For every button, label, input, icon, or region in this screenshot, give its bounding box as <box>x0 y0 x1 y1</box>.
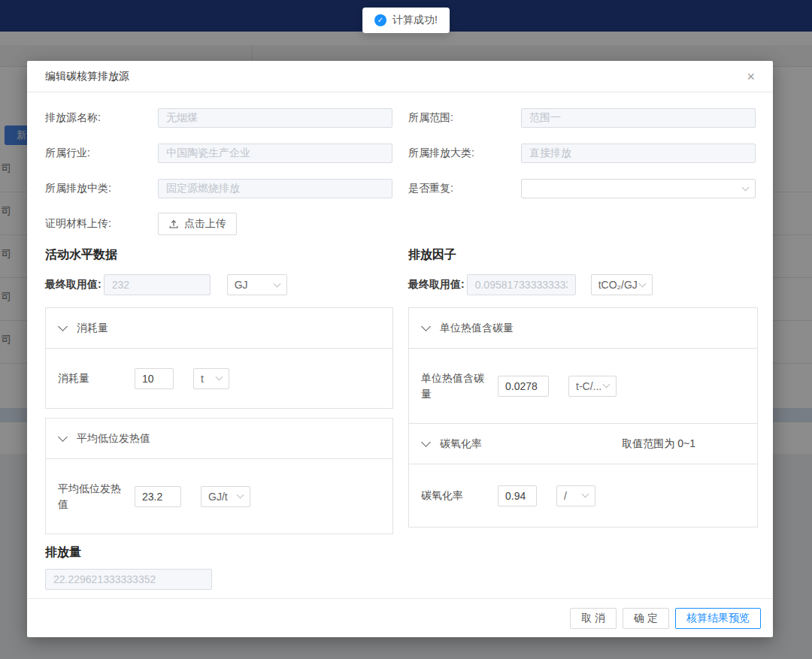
oxidation-panel-title: 碳氧化率 <box>440 437 482 451</box>
ncv-label: 平均低位发热值 <box>58 481 124 512</box>
chevron-down-icon <box>237 491 244 499</box>
oxidation-unit-select[interactable]: / <box>556 485 595 506</box>
emission-section: 排放量 <box>45 545 758 590</box>
toast-text: 计算成功! <box>392 14 438 27</box>
major-category-input <box>521 144 756 163</box>
close-icon[interactable]: × <box>747 70 755 83</box>
consumption-unit-select[interactable]: t <box>193 368 229 389</box>
field-industry: 所属行业: <box>45 144 393 163</box>
collapse-chevron-icon <box>421 437 431 447</box>
chevron-down-icon <box>603 381 611 388</box>
field-upload: 证明材料上传: 点击上传 <box>45 214 393 234</box>
oxidation-unit-value: / <box>564 490 567 502</box>
upload-button-label: 点击上传 <box>184 217 226 231</box>
ncv-panel-header[interactable]: 平均低位发热值 <box>46 419 392 458</box>
check-circle-icon: ✓ <box>374 14 386 26</box>
data-sections: 活动水平数据 最终取用值: GJ 消耗量 消耗量 <box>45 247 758 534</box>
upload-label: 证明材料上传: <box>45 217 158 231</box>
dialog-title: 编辑碳核算排放源 <box>45 70 129 83</box>
consumption-unit-value: t <box>201 373 204 385</box>
activity-final-input <box>104 274 211 295</box>
consumption-panel-header[interactable]: 消耗量 <box>46 308 392 348</box>
ncv-panel: 平均低位发热值 平均低位发热值 GJ/t <box>45 418 393 534</box>
cancel-button[interactable]: 取 消 <box>570 608 617 629</box>
activity-unit-select[interactable]: GJ <box>227 274 287 295</box>
consumption-label: 消耗量 <box>58 370 124 386</box>
consumption-panel-body: 消耗量 t <box>46 348 392 408</box>
field-source-name: 排放源名称: <box>45 108 393 128</box>
carbon-content-panel: 单位热值含碳量 单位热值含碳量 t-C/... <box>408 307 758 424</box>
factor-final-label: 最终取用值: <box>408 278 465 292</box>
activity-unit-value: GJ <box>235 279 248 291</box>
carbon-content-input[interactable] <box>498 376 549 397</box>
edit-emission-source-dialog: 编辑碳核算排放源 × 排放源名称: 所属范围: 所属行业: 所属排放大类: 所属… <box>27 61 773 637</box>
chevron-down-icon <box>638 280 646 287</box>
carbon-content-panel-body: 单位热值含碳量 t-C/... <box>409 348 757 423</box>
collapse-chevron-icon <box>421 322 431 331</box>
oxidation-label: 碳氧化率 <box>421 488 487 503</box>
carbon-content-panel-title: 单位热值含碳量 <box>440 322 514 335</box>
oxidation-panel-body: 碳氧化率 / <box>409 464 757 527</box>
chevron-down-icon <box>742 183 750 191</box>
ok-button[interactable]: 确 定 <box>623 608 669 629</box>
field-scope: 所属范围: <box>408 108 758 128</box>
collapse-chevron-icon <box>58 322 68 331</box>
industry-input <box>158 144 392 163</box>
activity-section-title: 活动水平数据 <box>45 247 393 263</box>
factor-final-row: 最终取用值: tCO₂/GJ <box>408 274 758 295</box>
dialog-header: 编辑碳核算排放源 × <box>27 61 773 92</box>
carbon-content-panel-header[interactable]: 单位热值含碳量 <box>409 308 757 348</box>
source-name-input <box>158 108 392 128</box>
consumption-panel-title: 消耗量 <box>77 322 108 335</box>
oxidation-range-note: 取值范围为 0~1 <box>622 437 695 451</box>
factor-column: 排放因子 最终取用值: tCO₂/GJ 单位热值含碳量 单位热值含碳 <box>408 247 758 534</box>
ncv-input[interactable] <box>135 486 181 507</box>
ncv-panel-title: 平均低位发热值 <box>77 432 150 446</box>
mid-category-label: 所属排放中类: <box>45 182 158 195</box>
dialog-body: 排放源名称: 所属范围: 所属行业: 所属排放大类: 所属排放中类: 是否重复: <box>27 92 773 598</box>
carbon-content-unit-value: t-C/... <box>576 380 601 392</box>
factor-section-title: 排放因子 <box>408 247 758 263</box>
field-is-duplicate: 是否重复: <box>408 179 758 198</box>
dialog-footer: 取 消 确 定 核算结果预览 <box>27 598 773 637</box>
factor-unit-select[interactable]: tCO₂/GJ <box>591 274 653 295</box>
is-duplicate-select[interactable] <box>521 179 756 198</box>
mid-category-input <box>158 179 392 198</box>
oxidation-panel: 碳氧化率 取值范围为 0~1 碳氧化率 / <box>408 423 758 528</box>
oxidation-input[interactable] <box>498 485 537 506</box>
ncv-panel-body: 平均低位发热值 GJ/t <box>46 458 392 534</box>
ncv-unit-select[interactable]: GJ/t <box>201 486 250 507</box>
consumption-input[interactable] <box>135 368 174 389</box>
upload-button[interactable]: 点击上传 <box>158 213 237 235</box>
factor-final-input <box>467 274 576 295</box>
field-mid-category: 所属排放中类: <box>45 179 393 198</box>
toast-message: ✓ 计算成功! <box>362 8 450 33</box>
factor-unit-value: tCO₂/GJ <box>598 279 638 291</box>
field-major-category: 所属排放大类: <box>408 144 758 163</box>
source-name-label: 排放源名称: <box>45 111 158 125</box>
ncv-unit-value: GJ/t <box>208 491 228 503</box>
major-category-label: 所属排放大类: <box>408 147 521 160</box>
activity-final-label: 最终取用值: <box>45 278 102 292</box>
emission-section-title: 排放量 <box>45 545 758 561</box>
collapse-chevron-icon <box>58 432 68 442</box>
oxidation-panel-header[interactable]: 碳氧化率 取值范围为 0~1 <box>409 424 757 464</box>
form-grid: 排放源名称: 所属范围: 所属行业: 所属排放大类: 所属排放中类: 是否重复: <box>45 108 758 234</box>
consumption-panel: 消耗量 消耗量 t <box>45 307 393 409</box>
preview-result-button[interactable]: 核算结果预览 <box>675 608 761 629</box>
upload-icon <box>168 219 179 229</box>
scope-input <box>521 108 756 128</box>
carbon-content-label: 单位热值含碳量 <box>421 370 487 402</box>
emission-input <box>45 569 212 590</box>
activity-column: 活动水平数据 最终取用值: GJ 消耗量 消耗量 <box>45 247 393 534</box>
is-duplicate-label: 是否重复: <box>408 182 521 195</box>
carbon-content-unit-select[interactable]: t-C/... <box>568 376 617 397</box>
scope-label: 所属范围: <box>408 111 521 125</box>
chevron-down-icon <box>582 491 589 498</box>
activity-final-row: 最终取用值: GJ <box>45 274 393 295</box>
chevron-down-icon <box>273 280 280 287</box>
chevron-down-icon <box>216 373 223 381</box>
industry-label: 所属行业: <box>45 147 158 160</box>
